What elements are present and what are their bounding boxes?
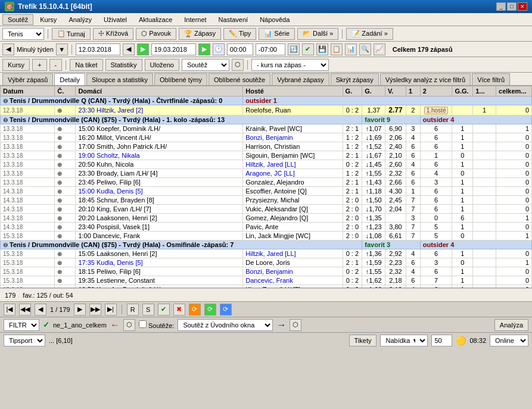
date-to-input[interactable] [151, 43, 196, 55]
tipy-button[interactable]: ✏️ Tipy [223, 28, 256, 40]
save-button[interactable]: 💾 [316, 43, 328, 55]
copy-button[interactable]: 📋 [331, 43, 343, 55]
ulozeno-btn[interactable]: Uloženo [145, 59, 179, 71]
serie-button[interactable]: 📊 Série [259, 28, 295, 40]
th-hoste: Hosté [243, 86, 343, 96]
cell-c: ⊕ [55, 232, 76, 241]
tab-vice-filtru[interactable]: Více filtrů [472, 73, 510, 85]
table-row: 14.3.18 ⊕ 15:00 Kudla, Denis [5] Escoffi… [1, 187, 532, 196]
statistiky-btn[interactable]: Statistiky [105, 59, 142, 71]
expand-icon-3[interactable]: ⊖ [3, 242, 8, 248]
filter-icon-btn[interactable]: ⬡ [123, 319, 135, 331]
tab-vybrane-zapasy[interactable]: Vybrané zápasy [272, 73, 329, 85]
nav-prev-10[interactable]: ◀◀ [19, 304, 31, 316]
krizova-button[interactable]: ☩ Křížová [93, 28, 133, 40]
cell-c: ⊕ [55, 151, 76, 160]
tab-vyber-zapasu[interactable]: Výběr zápasů [2, 73, 53, 85]
nabidka-dropdown[interactable]: Nabídka ▼ [380, 335, 428, 346]
cell-away: Bonzi, Benjamin [243, 267, 343, 276]
time-to-input[interactable] [256, 43, 285, 55]
cell-odds1: ↑1,07 [362, 124, 385, 133]
prev-period-button[interactable]: ◀ [2, 43, 14, 55]
date-from-next[interactable]: ▶ [137, 43, 149, 55]
clock-icon-btn[interactable]: 🕐 [213, 43, 225, 55]
dalsi-button[interactable]: 📂 Další » [297, 28, 338, 40]
date-from-prev[interactable]: ◀ [123, 43, 135, 55]
zapasy-button[interactable]: 🏆 Zápasy [179, 28, 221, 40]
menu-uzivatel[interactable]: Uživatel [98, 14, 132, 25]
minus-btn[interactable]: - [49, 59, 63, 71]
menu-kursy[interactable]: Kursy [35, 14, 62, 25]
nav-next[interactable]: ▶ [74, 304, 86, 316]
tab-oblibene-souteze[interactable]: Oblíbené soutěže [209, 73, 270, 85]
minimize-button[interactable]: _ [496, 2, 506, 11]
cell-odds1: ↑1,18 [362, 187, 385, 196]
menu-aktualizace[interactable]: Aktualizace [133, 14, 178, 25]
cell-2: 1 [452, 133, 473, 142]
nav-first[interactable]: |◀ [4, 304, 15, 316]
search-button[interactable]: 🔍 [359, 43, 371, 55]
period-down-button[interactable]: ▼ [56, 43, 68, 55]
expand-icon-1[interactable]: ⊖ [3, 98, 8, 104]
na-tiket-btn[interactable]: Na tiket [70, 59, 102, 71]
nav-btn-x[interactable]: ✖ [173, 304, 185, 316]
soutez-icon[interactable]: ⬡ [232, 59, 244, 71]
stats-button[interactable]: 📊 [345, 43, 357, 55]
kursy-btn[interactable]: Kursy [2, 59, 30, 71]
analyza-button[interactable]: Analýza [494, 319, 528, 331]
nav-btn-check[interactable]: ✔ [158, 304, 170, 316]
nav-btn-green[interactable]: ⟳ [204, 304, 216, 316]
cell-v: 6 [406, 151, 420, 160]
cell-odds2: 2,18 [385, 276, 406, 285]
menu-analyzy[interactable]: Analýzy [63, 14, 97, 25]
nav-icon-btn2[interactable]: ⬡ [290, 319, 301, 331]
zadani-button[interactable]: 📝 Zadání » [346, 28, 393, 40]
plus-btn[interactable]: + [32, 59, 46, 71]
date-from-input[interactable] [76, 43, 120, 55]
nav-last[interactable]: ▶| [105, 304, 117, 316]
menu-soutez[interactable]: Soutěž [2, 14, 33, 25]
chart-button[interactable]: 📈 [374, 43, 385, 55]
maximize-button[interactable]: □ [507, 2, 517, 11]
menu-nastaveni[interactable]: Nastavení [213, 14, 254, 25]
cell-2: 1 [452, 267, 473, 276]
cell-home: 20:20 Laaksonen, Henri [2] [76, 214, 243, 223]
filter-bar: Kursy + - Na tiket Statistiky Uloženo So… [0, 57, 532, 73]
cell-v: 7 [406, 223, 420, 232]
nav-btn-s[interactable]: S [142, 304, 154, 316]
odds-input[interactable] [431, 335, 452, 346]
cell-celkem: 0 [496, 178, 532, 187]
nav-prev[interactable]: ◀ [35, 304, 46, 316]
date-to-next[interactable]: ▶ [198, 43, 210, 55]
nav-btn-refresh[interactable]: ⟳ [189, 304, 201, 316]
bookmaker-dropdown[interactable]: Tipsport [4, 335, 45, 346]
cell-odds1: ↓1,67 [362, 151, 385, 160]
nav-btn-r[interactable]: R [127, 304, 139, 316]
tab-skryt-zapasy[interactable]: Skrýt zápasy [331, 73, 379, 85]
turnaj-button[interactable]: 📋 Turnaj [52, 28, 91, 40]
nav-btn-blue[interactable]: ⟳ [220, 304, 232, 316]
tab-detaily[interactable]: Detaily [54, 73, 85, 85]
menu-napoveda[interactable]: Nápověda [254, 14, 295, 25]
tab-oblibene-tymy[interactable]: Oblíbené týmy [154, 73, 207, 85]
souteze-select[interactable]: Soutěž z Úvodního okna [178, 319, 273, 331]
nav-next-10[interactable]: ▶▶ [89, 304, 101, 316]
filter-type-dropdown[interactable]: FILTR [4, 319, 39, 331]
close-button[interactable]: ✕ [518, 2, 527, 11]
menu-internet[interactable]: Internet [179, 14, 211, 25]
kurs-dropdown[interactable]: - kurs na zápas - [251, 59, 329, 71]
soutez-dropdown[interactable]: Soutěž [182, 59, 229, 71]
tab-vysledky-analyz[interactable]: Výsledky analýz z více filtrů [380, 73, 471, 85]
expand-icon-2[interactable]: ⊖ [3, 117, 8, 123]
cell-v: 6 [406, 276, 420, 285]
cell-1: 6 [420, 205, 452, 214]
souteze-checkbox[interactable] [139, 320, 147, 328]
tikety-button[interactable]: Tikety [349, 335, 377, 346]
tab-sloupce[interactable]: Sloupce a statistiky [86, 73, 153, 85]
refresh-button[interactable]: 🔃 [288, 43, 300, 55]
pavouk-button[interactable]: ⬡ Pavouk [136, 28, 176, 40]
sport-dropdown[interactable]: Tenis [2, 28, 44, 40]
online-dropdown[interactable]: Online ▼ [490, 335, 528, 346]
time-from-input[interactable] [227, 43, 253, 55]
check-button[interactable]: ✔ [302, 43, 314, 55]
